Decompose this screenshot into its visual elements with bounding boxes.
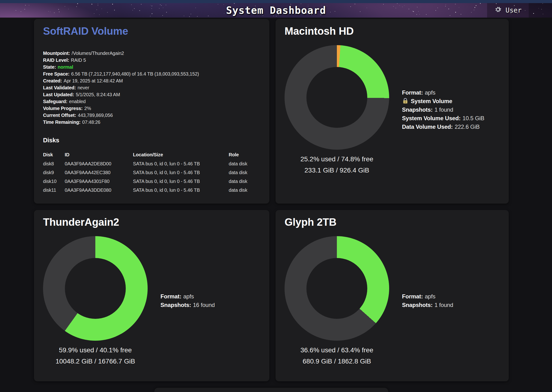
volume-body: 25.2% used / 74.8% free 233.1 GiB / 926.…	[284, 45, 500, 174]
field-value: 07:48:26	[82, 119, 100, 125]
disks-column-header: Location/Size	[133, 150, 229, 159]
softraid-field-row: Safeguard:enabled	[43, 98, 260, 105]
info-value: 10.5 GiB	[463, 115, 484, 121]
disk-cell: SATA bus 0, id 0, lun 0 - 5.46 TB	[133, 168, 229, 177]
app-header: System Dashboard User	[0, 0, 552, 18]
cards-grid: SoftRAID Volume Mountpoint:/Volumes/Thun…	[0, 18, 552, 381]
volume-info-row: System Volume	[402, 97, 484, 105]
info-value: 222.6 GiB	[455, 124, 480, 130]
info-value: 1 found	[435, 106, 453, 113]
info-value: apfs	[425, 89, 436, 96]
disk-cell: SATA bus 0, id 0, lun 0 - 5.46 TB	[133, 159, 229, 168]
usage-donut-chart[interactable]	[43, 236, 148, 341]
info-label: Snapshots:	[402, 106, 433, 113]
field-label: Created:	[43, 78, 62, 83]
volume-info-row: Data Volume Used:222.6 GiB	[402, 123, 484, 131]
softraid-field-row: Current Offset:443,789,869,056	[43, 112, 260, 119]
disk-cell: data disk	[229, 186, 260, 195]
info-label: System Volume Used:	[402, 115, 461, 121]
field-label: Time Remaining:	[43, 119, 81, 125]
softraid-fields: Mountpoint:/Volumes/ThunderAgain2RAID Le…	[43, 50, 260, 126]
donut-column: 59.9% used / 40.1% free 10048.2 GiB / 16…	[43, 236, 148, 365]
gear-icon	[494, 6, 502, 15]
field-value: normal	[57, 64, 73, 70]
softraid-field-row: Mountpoint:/Volumes/ThunderAgain2	[43, 50, 260, 57]
volume-card: Macintosh HD 25.2% used / 74.8% free 233…	[276, 19, 509, 203]
volume-body: 59.9% used / 40.1% free 10048.2 GiB / 16…	[43, 236, 260, 365]
field-value: RAID 5	[71, 57, 86, 63]
volume-info-row: System Volume Used:10.5 GiB	[402, 114, 484, 123]
field-value: enabled	[69, 99, 85, 104]
disks-column-header: Role	[229, 150, 260, 159]
disk-row: disk90AA3F9AAA42EC380SATA bus 0, id 0, l…	[43, 168, 260, 177]
disk-cell: SATA bus 0, id 0, lun 0 - 5.46 TB	[133, 186, 229, 195]
disks-table-body: disk80AA3F9AAA2DE8D00SATA bus 0, id 0, l…	[43, 159, 260, 195]
page-title: System Dashboard	[0, 4, 552, 16]
field-label: Volume Progress:	[43, 106, 83, 111]
field-label: Last Updated:	[43, 92, 74, 97]
capacity-label: 10048.2 GiB / 16766.7 GiB	[43, 357, 148, 365]
info-value: 1 found	[435, 302, 453, 308]
volume-title: Macintosh HD	[284, 25, 500, 37]
donut-hole	[65, 258, 126, 319]
info-label: Format:	[402, 89, 423, 96]
field-value: 443,789,869,056	[78, 113, 113, 118]
volume-info: Format:apfsSnapshots:1 found	[402, 292, 453, 309]
header-corner-shade	[529, 3, 552, 18]
disk-row: disk110AA3F9AAA3DDE080SATA bus 0, id 0, …	[43, 186, 260, 195]
header-galaxy: System Dashboard User	[0, 3, 552, 18]
disk-cell: disk11	[43, 186, 65, 195]
info-value: apfs	[183, 293, 194, 300]
disk-cell: 0AA3F9AAA42EC380	[65, 168, 133, 177]
field-value: 5/1/2025, 8:24:43 AM	[76, 92, 120, 97]
softraid-field-row: State:normal	[43, 64, 260, 70]
softraid-field-row: Time Remaining:07:48:26	[43, 119, 260, 126]
softraid-field-row: RAID Level:RAID 5	[43, 57, 260, 64]
volume-title: Glyph 2TB	[284, 216, 500, 228]
disk-cell: 0AA3F9AAA3DDE080	[65, 186, 133, 195]
usage-donut-chart[interactable]	[284, 236, 389, 341]
softraid-field-row: Volume Progress:2%	[43, 105, 260, 112]
volume-info-row: Format:apfs	[402, 292, 453, 301]
field-value: /Volumes/ThunderAgain2	[71, 51, 124, 56]
volume-info-row: Snapshots:16 found	[161, 301, 215, 309]
info-label: Format:	[402, 293, 423, 300]
info-label: Format:	[161, 293, 181, 300]
disk-cell: 0AA3F9AAA4301F80	[65, 177, 133, 186]
field-value: 2%	[84, 106, 91, 111]
disk-row: disk100AA3F9AAA4301F80SATA bus 0, id 0, …	[43, 177, 260, 186]
donut-column: 36.6% used / 63.4% free 680.9 GiB / 1862…	[284, 236, 389, 365]
disk-cell: disk9	[43, 168, 65, 177]
disk-cell: SATA bus 0, id 0, lun 0 - 5.46 TB	[133, 177, 229, 186]
disk-cell: data disk	[229, 159, 260, 168]
softraid-field-row: Created:Apr 19, 2025 at 12:48:42 AM	[43, 77, 260, 84]
volume-title: ThunderAgain2	[43, 216, 260, 228]
usage-percent-label: 25.2% used / 74.8% free	[284, 155, 389, 163]
softraid-field-row: Last Updated:5/1/2025, 8:24:43 AM	[43, 91, 260, 98]
disk-cell: disk10	[43, 177, 65, 186]
disks-heading: Disks	[43, 137, 260, 144]
softraid-field-row: Free Space:6.56 TB (7,212,177,940,480) o…	[43, 70, 260, 77]
usage-donut-chart[interactable]	[284, 45, 389, 150]
disk-cell: data disk	[229, 168, 260, 177]
volume-body: 36.6% used / 63.4% free 680.9 GiB / 1862…	[284, 236, 500, 365]
donut-hole	[306, 258, 367, 319]
volume-card: ThunderAgain2 59.9% used / 40.1% free 10…	[34, 210, 269, 381]
field-label: State:	[43, 64, 56, 70]
field-label: Last Validated:	[43, 85, 76, 90]
volume-info: Format:apfsSnapshots:16 found	[161, 292, 215, 309]
field-label: Current Offset:	[43, 113, 76, 118]
field-label: Mountpoint:	[43, 51, 70, 56]
user-button-label: User	[506, 7, 522, 14]
user-menu-button[interactable]: User	[487, 3, 529, 18]
usage-percent-label: 59.9% used / 40.1% free	[43, 346, 148, 354]
volume-info-row: Snapshots:1 found	[402, 105, 484, 114]
disk-cell: data disk	[229, 177, 260, 186]
volume-info-row: Format:apfs	[402, 88, 484, 97]
field-label: Free Space:	[43, 71, 69, 77]
volume-card: Glyph 2TB 36.6% used / 63.4% free 680.9 …	[276, 210, 509, 381]
volume-info: Format:apfsSystem VolumeSnapshots:1 foun…	[402, 88, 484, 131]
disks-column-header: ID	[65, 150, 133, 159]
disks-column-header: Disk	[43, 150, 65, 159]
disk-cell: 0AA3F9AAA2DE8D00	[65, 159, 133, 168]
